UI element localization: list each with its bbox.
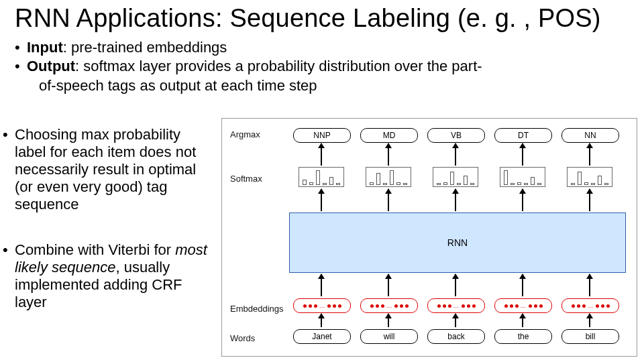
slide-title: RNN Applications: Sequence Labeling (e. … [15,4,601,33]
output-text-l2: of-speech tags as output at each time st… [27,77,631,95]
left-bullet-2: Combine with Viterbi for most likely seq… [15,241,212,311]
embedding-box: … [360,298,418,313]
input-text: : pre-trained embeddings [63,39,227,56]
embedding-box: … [293,298,351,313]
embedding-box: … [561,298,619,313]
input-label: Input [27,39,63,56]
tag-pill: NNP [293,128,351,143]
arrow-up-icon [455,189,456,211]
arrow-up-icon [388,189,389,211]
arrow-up-icon [522,314,523,327]
diagram-col: NNP…Janet [289,119,354,356]
softmax-box [433,167,478,187]
row-label-argmax: Argmax [230,129,260,139]
rnn-diagram: Argmax Softmax Embdeddings Words RNN NNP… [221,118,637,357]
output-text-l1: : softmax layer provides a probability d… [75,58,482,74]
arrow-up-icon [455,143,456,166]
arrow-up-icon [522,274,523,296]
top-bullets: • Input: pre-trained embeddings • Output… [15,39,631,96]
word-pill: the [494,329,552,344]
embedding-box: … [427,298,485,313]
arrow-up-icon [455,274,456,296]
arrow-up-icon [455,314,456,327]
arrow-up-icon [589,274,590,296]
arrow-up-icon [388,143,389,166]
softmax-box [299,167,344,187]
left-bullets: • Choosing max probability label for eac… [3,126,212,339]
word-pill: will [360,329,418,344]
arrow-up-icon [321,143,322,166]
row-label-emb: Embdeddings [230,304,284,314]
arrow-up-icon [388,314,389,327]
row-label-words: Words [230,333,255,343]
arrow-up-icon [589,314,590,327]
output-label: Output [27,58,75,74]
softmax-box [366,167,411,187]
diagram-col: NN…bill [557,119,622,356]
diagram-col: MD…will [356,119,421,356]
slide: RNN Applications: Sequence Labeling (e. … [0,0,644,362]
embedding-box: … [494,298,552,313]
arrow-up-icon [321,314,322,327]
tag-pill: NN [561,128,619,143]
tag-pill: DT [494,128,552,143]
arrow-up-icon [589,143,590,166]
word-pill: Janet [293,329,351,344]
word-pill: bill [561,329,619,344]
diagram-col: VB…back [423,119,488,356]
arrow-up-icon [388,274,389,296]
diagram-col: DT…the [490,119,555,356]
row-label-softmax: Softmax [230,174,262,184]
softmax-box [500,167,545,187]
arrow-up-icon [522,189,523,211]
softmax-box [567,167,612,187]
left-bullet-1: Choosing max probability label for each … [15,126,212,213]
arrow-up-icon [589,189,590,211]
tag-pill: VB [427,128,485,143]
tag-pill: MD [360,128,418,143]
word-pill: back [427,329,485,344]
arrow-up-icon [522,143,523,166]
arrow-up-icon [321,189,322,211]
arrow-up-icon [321,274,322,296]
